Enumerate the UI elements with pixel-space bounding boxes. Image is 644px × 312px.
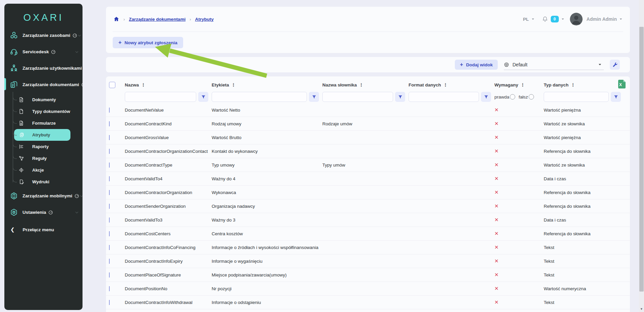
required-false-radio[interactable]	[529, 94, 534, 100]
column-header-etykieta[interactable]: Etykieta⋮	[212, 82, 322, 87]
row-checkbox[interactable]	[109, 204, 110, 209]
cell-wymagany: ✕	[494, 286, 544, 292]
sidebar-subitem[interactable]: Raporty	[4, 141, 83, 152]
breadcrumb-separator: ›	[190, 17, 191, 22]
cell-etykieta: Nr pozycji	[212, 286, 322, 291]
column-header-format-danych[interactable]: Format danych⋮	[409, 82, 494, 87]
row-checkbox[interactable]	[109, 121, 110, 126]
row-checkbox[interactable]	[109, 272, 110, 277]
sidebar-subitem-label: Wydruki	[32, 179, 49, 184]
column-menu-icon[interactable]: ⋮	[359, 83, 364, 87]
bell-icon[interactable]	[542, 16, 548, 22]
menu-toggle[interactable]: ❮ Przełącz menu	[4, 222, 83, 237]
documents-icon	[10, 80, 18, 89]
filter-funnel-button[interactable]	[395, 92, 405, 102]
document-blank-icon	[18, 109, 24, 114]
row-checkbox[interactable]	[109, 300, 110, 305]
filter-input-etykieta[interactable]	[212, 92, 307, 102]
vertical-scrollbar[interactable]: ▼	[639, 0, 644, 312]
row-checkbox[interactable]	[109, 108, 110, 113]
sidebar-subitem[interactable]: Atrybuty	[14, 129, 70, 141]
user-name[interactable]: Admin Admin	[587, 16, 617, 22]
cell-etykieta: Organizacja nadawcy	[212, 204, 322, 209]
cell-wymagany: ✕	[494, 203, 544, 209]
filter-funnel-button[interactable]	[309, 92, 319, 102]
sidebar-subitem[interactable]: Reguły	[4, 152, 83, 164]
sidebar-subitem[interactable]: Formularze	[4, 117, 83, 129]
table-row: DocumentValidTo3 Ważny do 3 ✕ Data i cza…	[106, 213, 630, 227]
sidebar-item[interactable]: Zarządzanie użytkownikami	[4, 60, 83, 76]
sidebar-item-label: Zarządzanie użytkownikami	[22, 66, 82, 71]
row-checkbox[interactable]	[109, 259, 110, 264]
chevron-down-icon[interactable]	[561, 17, 565, 21]
new-attribute-button[interactable]: + Nowy atrybut zgłoszenia	[113, 37, 183, 48]
column-header-nazwa[interactable]: Nazwa⋮	[125, 82, 212, 87]
row-checkbox[interactable]	[109, 231, 110, 236]
column-header-nazwa-slownika[interactable]: Nazwa słownika⋮	[322, 82, 409, 87]
chevron-left-icon: ❮	[10, 227, 15, 233]
row-checkbox[interactable]	[109, 286, 110, 291]
filter-input-format-danych[interactable]	[409, 92, 479, 102]
required-true-radio[interactable]	[510, 94, 515, 100]
select-all-checkbox[interactable]	[109, 82, 115, 88]
cell-typ-danych: Wartość pieniężna	[544, 135, 630, 140]
row-checkbox[interactable]	[109, 163, 110, 168]
language-selector[interactable]: PL	[523, 17, 529, 22]
notification-badge[interactable]: 0	[551, 16, 559, 22]
cell-typ-danych: Wartość numeryczna	[544, 286, 630, 291]
filter-funnel-button[interactable]	[611, 92, 621, 102]
breadcrumb-link-atrybuty[interactable]: Atrybuty	[195, 17, 214, 22]
scrollbar-thumb[interactable]	[639, 27, 644, 292]
column-menu-icon[interactable]: ⋮	[443, 83, 448, 87]
sidebar-subitem[interactable]: Dokumenty	[4, 94, 83, 106]
sidebar-subitem[interactable]: Wydruki	[4, 176, 83, 188]
row-checkbox[interactable]	[109, 176, 110, 181]
sidebar-item[interactable]: Zarządzanie dokumentami	[4, 76, 83, 93]
avatar[interactable]	[570, 13, 583, 25]
required-false-icon: ✕	[494, 121, 499, 126]
sidebar-submenu: DokumentyTypy dokumentówFormularzeAtrybu…	[4, 94, 83, 188]
view-select[interactable]: Default	[504, 60, 604, 70]
plus-icon: +	[118, 40, 121, 46]
column-menu-icon[interactable]: ⋮	[141, 83, 146, 87]
filter-funnel-button[interactable]	[481, 92, 491, 102]
cell-etykieta: Centra kosztów	[212, 231, 322, 236]
row-checkbox[interactable]	[109, 245, 110, 250]
filter-input-nazwa-slownika[interactable]	[322, 92, 393, 102]
add-view-button[interactable]: + Dodaj widok	[455, 60, 498, 70]
chevron-down-icon[interactable]	[619, 17, 623, 21]
column-menu-icon[interactable]: ⋮	[521, 83, 525, 87]
column-header-wymagany[interactable]: Wymagany⋮	[494, 82, 544, 87]
cell-typ-danych: Referencja do słownika	[544, 204, 630, 209]
sidebar-subitem[interactable]: Typy dokumentów	[4, 106, 83, 117]
sidebar-subitem-label: Typy dokumentów	[32, 109, 70, 114]
sidebar-subitem[interactable]: Akcje	[4, 164, 83, 176]
export-excel-icon[interactable]: X	[618, 80, 626, 88]
filter-input-nazwa[interactable]	[125, 92, 196, 102]
cell-wymagany: ✕	[494, 272, 544, 278]
home-icon[interactable]	[113, 16, 119, 22]
sidebar-item[interactable]: Ustawienia	[4, 204, 83, 221]
cell-wymagany: ✕	[494, 299, 544, 305]
column-menu-icon[interactable]: ⋮	[571, 83, 575, 87]
sidebar-item[interactable]: Zarządzanie mobilnymi	[4, 188, 83, 204]
cell-nazwa: DocumentContractInfoWithdrawal	[125, 300, 212, 305]
chevron-down-icon[interactable]	[531, 17, 535, 21]
cell-typ-danych: Wartość ze słownika	[544, 121, 630, 126]
filter-funnel-button[interactable]	[198, 92, 208, 102]
column-header-typ-danych[interactable]: Typ danych⋮	[544, 82, 630, 87]
attributes-table-card: X Nazwa⋮ Etykieta⋮ Nazwa słownika⋮ Forma…	[106, 76, 630, 312]
column-menu-icon[interactable]: ⋮	[231, 83, 236, 87]
row-checkbox[interactable]	[109, 190, 110, 195]
filter-input-typ-danych[interactable]	[544, 92, 609, 102]
row-checkbox[interactable]	[109, 217, 110, 223]
sidebar-item[interactable]: Zarządzanie zasobami	[4, 27, 83, 44]
view-settings-button[interactable]	[610, 60, 620, 70]
row-checkbox[interactable]	[109, 149, 110, 154]
table-row: DocumentCostCenters Centra kosztów ✕ Ref…	[106, 227, 630, 241]
cell-etykieta: Informacje o odstąpieniu	[212, 300, 322, 305]
sidebar-item[interactable]: Servicedesk	[4, 44, 83, 60]
breadcrumb-link-zarzadzanie-dokumentami[interactable]: Zarządzanie dokumentami	[129, 17, 185, 22]
row-checkbox[interactable]	[109, 135, 110, 140]
scrollbar-down-arrow[interactable]: ▼	[639, 307, 644, 311]
